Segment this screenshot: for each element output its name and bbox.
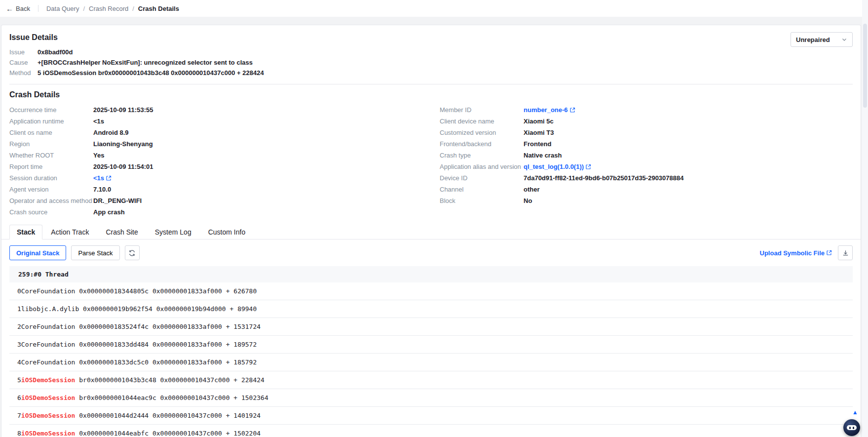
field-value: App crash: [93, 206, 125, 218]
breadcrumb-item: Crash Details: [138, 5, 179, 12]
download-icon: [842, 249, 849, 257]
field-label: Device ID: [440, 172, 524, 184]
tab-crash-site[interactable]: Crash Site: [97, 225, 146, 239]
field-label: Region: [9, 138, 93, 150]
field-label: Occurrence time: [9, 104, 93, 116]
crash-detail-row: Whether ROOTYes: [9, 150, 440, 161]
frame-index: 2: [17, 323, 21, 330]
tab-stack[interactable]: Stack: [9, 225, 42, 239]
frame-index: 1: [17, 305, 21, 313]
crash-details-right-column: Member IDnumber_one-6Client device nameX…: [440, 104, 853, 218]
field-value-link[interactable]: <1s: [93, 172, 112, 184]
field-label: Block: [440, 195, 524, 206]
field-value: +[BROCCrashHelper NoExsitFun]: unrecogni…: [38, 57, 253, 68]
back-label: Back: [16, 5, 30, 12]
breadcrumb-divider: [38, 5, 38, 12]
scrollbar-thumb[interactable]: [863, 24, 867, 108]
stack-frame: 2 CoreFoundation 0x0000000183524f4c 0x00…: [9, 318, 853, 336]
field-label: Client device name: [440, 116, 524, 127]
stack-panel: 259:#0 Thread 0 CoreFoundation 0x0000000…: [9, 266, 853, 437]
crash-details-grid: Occurrence time2025-10-09 11:53:55Applic…: [9, 104, 853, 218]
tab-system-log[interactable]: System Log: [147, 225, 200, 239]
stack-frame: 0 CoreFoundation 0x000000018344805c 0x00…: [9, 282, 853, 300]
field-label: Agent version: [9, 184, 93, 195]
thread-header: 259:#0 Thread: [9, 266, 853, 282]
tab-action-track[interactable]: Action Track: [42, 225, 97, 239]
frame-index: 0: [17, 287, 21, 295]
stack-frames: 0 CoreFoundation 0x000000018344805c 0x00…: [9, 282, 853, 437]
frame-module: CoreFoundation: [21, 341, 75, 348]
frame-index: 7: [17, 412, 21, 419]
field-value: 2025-10-09 11:54:01: [93, 161, 153, 172]
field-label: Frontend/backend: [440, 138, 524, 150]
original-stack-button[interactable]: Original Stack: [9, 245, 66, 260]
field-value: <1s: [93, 116, 104, 127]
frame-index: 6: [17, 394, 21, 401]
field-label: Whether ROOT: [9, 150, 93, 161]
frame-module: iOSDemoSession: [21, 430, 75, 437]
page-scrollbar[interactable]: [862, 0, 868, 437]
issue-row: Method5 iOSDemoSession br0x00000001043b3…: [9, 68, 853, 78]
crash-detail-row: BlockNo: [440, 195, 853, 206]
field-label: Member ID: [440, 104, 524, 116]
breadcrumb-item[interactable]: Data Query: [46, 5, 79, 12]
crash-details-left-column: Occurrence time2025-10-09 11:53:55Applic…: [9, 104, 440, 218]
back-to-top-icon: ▲: [852, 409, 858, 416]
breadcrumb-item[interactable]: Crash Record: [89, 5, 128, 12]
breadcrumb-separator: /: [132, 5, 134, 12]
assistant-button[interactable]: [843, 419, 860, 436]
field-value: No: [524, 195, 532, 206]
download-stack-button[interactable]: [838, 245, 853, 260]
field-label: Application alias and version: [440, 161, 524, 172]
stack-frame: 7 iOSDemoSession 0x00000001044d2444 0x00…: [9, 407, 853, 425]
stack-frame: 6 iOSDemoSession br0x00000001044eac9c 0x…: [9, 389, 853, 407]
field-value-link[interactable]: ql_test_log(1.0.0(1)): [524, 161, 591, 172]
crash-detail-row: Device ID7da70d91-ff82-11ed-9bd6-b07b250…: [440, 172, 853, 184]
crash-detail-row: Frontend/backendFrontend: [440, 138, 853, 150]
stack-frame: 3 CoreFoundation 0x00000001833dd484 0x00…: [9, 336, 853, 354]
frame-index: 5: [17, 376, 21, 384]
parse-stack-button[interactable]: Parse Stack: [71, 245, 119, 260]
field-label: Crash type: [440, 150, 524, 161]
crash-detail-row: Report time2025-10-09 11:54:01: [9, 161, 440, 172]
repair-status-select[interactable]: Unrepaired: [791, 32, 853, 47]
field-value-link[interactable]: number_one-6: [524, 104, 575, 116]
repair-status-value: Unrepaired: [796, 36, 830, 43]
detail-tabs: StackAction TrackCrash SiteSystem LogCus…: [1, 225, 861, 239]
issue-rows: Issue0x8badf00dCause+[BROCCrashHelper No…: [9, 47, 853, 78]
frame-index: 4: [17, 358, 21, 366]
field-label: Report time: [9, 161, 93, 172]
field-label: Issue: [9, 47, 38, 57]
crash-detail-row: Customized versionXiaomi T3: [440, 127, 853, 138]
frame-module: libobjc.A.dylib: [21, 305, 79, 313]
stack-toolbar: Original Stack Parse Stack Upload Symbol…: [9, 245, 853, 260]
breadcrumb-items: Data Query/Crash Record/Crash Details: [46, 5, 179, 12]
crash-detail-row: RegionLiaoning-Shenyang: [9, 138, 440, 150]
crash-detail-row: Client device nameXiaomi 5c: [440, 116, 853, 127]
breadcrumb-separator: /: [83, 5, 85, 12]
refresh-button[interactable]: [125, 245, 140, 260]
field-label: Session duration: [9, 172, 93, 184]
field-value: Frontend: [524, 138, 551, 150]
crash-detail-row: Member IDnumber_one-6: [440, 104, 853, 116]
frame-module: CoreFoundation: [21, 358, 75, 366]
field-label: Application runtime: [9, 116, 93, 127]
frame-module: iOSDemoSession: [21, 412, 75, 419]
frame-module: iOSDemoSession: [21, 394, 75, 401]
back-to-top-button[interactable]: ▲: [852, 409, 858, 415]
tab-custom-info[interactable]: Custom Info: [200, 225, 254, 239]
back-button[interactable]: ← Back: [6, 5, 30, 12]
breadcrumb: ← Back Data Query/Crash Record/Crash Det…: [0, 0, 868, 17]
frame-module: CoreFoundation: [21, 323, 75, 330]
field-value: Yes: [93, 150, 104, 161]
field-value: 5 iOSDemoSession br0x00000001043b3c48 0x…: [38, 68, 264, 78]
field-label: Method: [9, 68, 38, 78]
external-link-icon: [585, 164, 591, 170]
field-label: Channel: [440, 184, 524, 195]
upload-symbolic-file-label: Upload Symbolic File: [760, 249, 825, 257]
upload-symbolic-file-link[interactable]: Upload Symbolic File: [760, 249, 832, 257]
field-label: Crash source: [9, 206, 93, 218]
issue-details-title: Issue Details: [9, 33, 58, 42]
assistant-robot-icon: [847, 425, 857, 430]
crash-detail-row: Client os nameAndroid 8.9: [9, 127, 440, 138]
